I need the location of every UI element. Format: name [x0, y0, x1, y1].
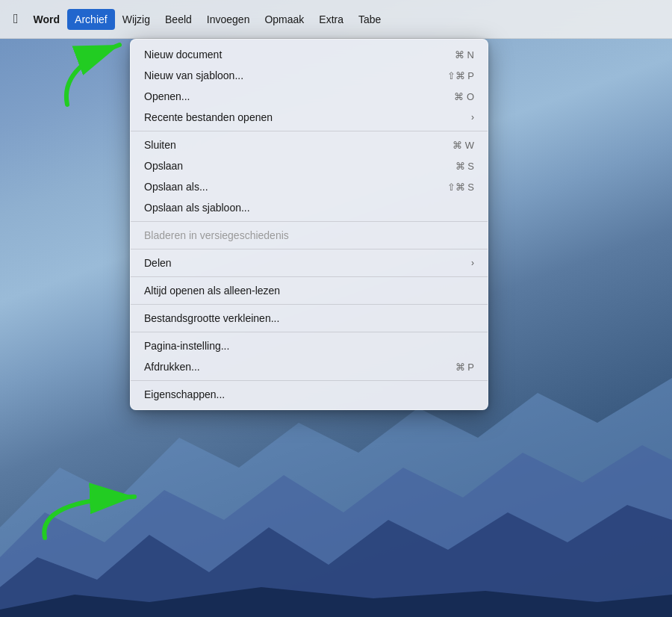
menubar:  Word Archief Wijzig Beeld Invoegen Opm…	[0, 0, 672, 39]
archief-dropdown-menu: Nieuw document ⌘ N Nieuw van sjabloon...…	[130, 39, 488, 410]
menubar-beeld[interactable]: Beeld	[158, 9, 199, 30]
menubar-word[interactable]: Word	[26, 9, 68, 30]
shortcut-opslaan-als: ⇧⌘ S	[447, 182, 474, 193]
shortcut-sluiten: ⌘ W	[452, 140, 474, 151]
menu-label-nieuw-sjabloon: Nieuw van sjabloon...	[144, 69, 243, 81]
menubar-archief[interactable]: Archief	[67, 9, 115, 30]
shortcut-afdrukken: ⌘ P	[455, 362, 474, 373]
menubar-wijzig[interactable]: Wijzig	[115, 9, 158, 30]
menu-item-eigenschappen[interactable]: Eigenschappen...	[131, 384, 488, 405]
chevron-right-icon: ›	[471, 112, 474, 123]
menu-item-openen[interactable]: Openen... ⌘ O	[131, 86, 488, 107]
menu-label-afdrukken: Afdrukken...	[144, 361, 200, 373]
menu-label-bestandsgrootte: Bestandsgrootte verkleinen...	[144, 312, 279, 324]
menubar-opmaak[interactable]: Opmaak	[257, 9, 311, 30]
shortcut-nieuw-sjabloon: ⇧⌘ P	[447, 70, 474, 81]
menu-label-opslaan-sjabloon: Opslaan als sjabloon...	[144, 202, 250, 214]
menu-item-afdrukken[interactable]: Afdrukken... ⌘ P	[131, 356, 488, 377]
menu-item-alleen-lezen[interactable]: Altijd openen als alleen-lezen	[131, 280, 488, 301]
menu-item-recente-bestanden[interactable]: Recente bestanden openen ›	[131, 107, 488, 128]
menu-item-opslaan-sjabloon[interactable]: Opslaan als sjabloon...	[131, 197, 488, 218]
shortcut-openen: ⌘ O	[454, 91, 474, 102]
separator-1	[131, 131, 488, 131]
separator-2	[131, 221, 488, 222]
menu-label-nieuw-document: Nieuw document	[144, 49, 222, 61]
menu-item-delen[interactable]: Delen ›	[131, 252, 488, 273]
menu-item-nieuw-document[interactable]: Nieuw document ⌘ N	[131, 44, 488, 65]
menu-label-opslaan-als: Opslaan als...	[144, 181, 208, 193]
apple-menu[interactable]: 	[6, 9, 26, 30]
menu-item-bladeren: Bladeren in versiegeschiedenis	[131, 225, 488, 246]
chevron-right-delen-icon: ›	[471, 258, 474, 268]
shortcut-nieuw-document: ⌘ N	[455, 49, 474, 61]
separator-5	[131, 304, 488, 305]
menu-item-pagina-instelling[interactable]: Pagina-instelling...	[131, 335, 488, 356]
menu-item-opslaan[interactable]: Opslaan ⌘ S	[131, 155, 488, 176]
menu-label-sluiten: Sluiten	[144, 139, 176, 151]
menubar-invoegen[interactable]: Invoegen	[199, 9, 258, 30]
menu-item-sluiten[interactable]: Sluiten ⌘ W	[131, 134, 488, 155]
arrow-top	[45, 37, 142, 112]
arrow-bottom	[22, 456, 157, 545]
separator-4	[131, 276, 488, 277]
menubar-tabe[interactable]: Tabe	[351, 9, 388, 30]
menu-label-eigenschappen: Eigenschappen...	[144, 388, 225, 400]
menu-label-recente-bestanden: Recente bestanden openen	[144, 111, 273, 123]
separator-3	[131, 249, 488, 249]
menu-label-openen: Openen...	[144, 90, 190, 102]
menu-label-opslaan: Opslaan	[144, 160, 183, 172]
menu-item-opslaan-als[interactable]: Opslaan als... ⇧⌘ S	[131, 176, 488, 197]
menu-label-bladeren: Bladeren in versiegeschiedenis	[144, 229, 289, 241]
menu-label-alleen-lezen: Altijd openen als alleen-lezen	[144, 285, 280, 297]
menubar-extra[interactable]: Extra	[311, 9, 351, 30]
menu-item-nieuw-sjabloon[interactable]: Nieuw van sjabloon... ⇧⌘ P	[131, 65, 488, 86]
menu-label-pagina-instelling: Pagina-instelling...	[144, 340, 229, 352]
shortcut-opslaan: ⌘ S	[455, 161, 474, 172]
menu-item-bestandsgrootte[interactable]: Bestandsgrootte verkleinen...	[131, 308, 488, 329]
menu-label-delen: Delen	[144, 257, 172, 269]
separator-7	[131, 380, 488, 381]
separator-6	[131, 332, 488, 332]
